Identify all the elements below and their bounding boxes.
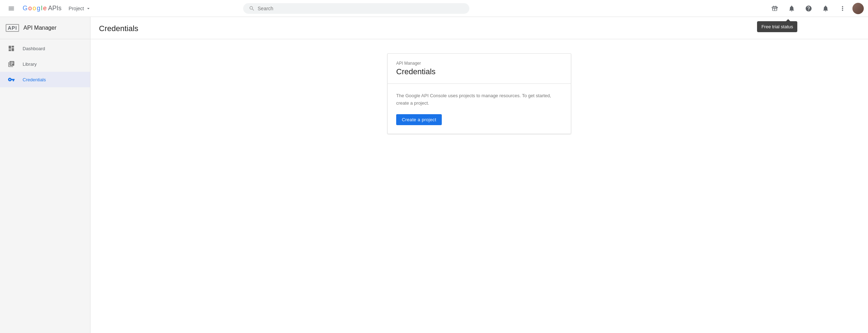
avatar-image — [852, 3, 864, 14]
sidebar-item-library[interactable]: Library — [0, 56, 90, 72]
help-icon-button[interactable] — [802, 1, 816, 16]
sidebar-item-credentials[interactable]: Credentials — [0, 72, 90, 87]
search-input[interactable] — [258, 6, 464, 11]
google-apis-logo: Google APIs — [23, 5, 61, 12]
card-subtitle: API Manager — [396, 61, 562, 66]
create-project-button[interactable]: Create a project — [396, 114, 442, 125]
page-header: Credentials — [90, 17, 868, 39]
sidebar-item-credentials-label: Credentials — [23, 77, 46, 82]
card-header: API Manager Credentials — [388, 54, 571, 84]
alert-icon-button[interactable] — [785, 1, 799, 16]
nav-right — [768, 1, 864, 16]
card-title: Credentials — [396, 67, 562, 76]
hamburger-menu-button[interactable] — [4, 1, 18, 16]
content-area: API Manager Credentials The Google API C… — [90, 39, 868, 148]
sidebar-divider — [0, 39, 90, 39]
credentials-card: API Manager Credentials The Google API C… — [387, 53, 571, 134]
page-title: Credentials — [99, 24, 860, 33]
main-content: Credentials API Manager Credentials The … — [90, 17, 868, 333]
credentials-icon — [7, 76, 16, 83]
app-body: API API Manager Dashboard Library Creden… — [0, 17, 868, 333]
sidebar-header: API API Manager — [0, 20, 90, 37]
nav-left: Google APIs Project — [4, 1, 94, 16]
sidebar-item-dashboard-label: Dashboard — [23, 46, 45, 51]
sidebar-item-library-label: Library — [23, 62, 37, 67]
free-trial-tooltip: Free trial status — [757, 21, 797, 32]
top-nav: Google APIs Project Free trial s — [0, 0, 868, 17]
chevron-down-icon — [86, 6, 91, 11]
avatar[interactable] — [852, 3, 864, 14]
more-options-button[interactable] — [835, 1, 850, 16]
library-icon — [7, 60, 16, 68]
card-description: The Google API Console uses projects to … — [396, 92, 562, 107]
gift-icon-button[interactable] — [768, 1, 782, 16]
search-bar — [243, 3, 469, 14]
card-body: The Google API Console uses projects to … — [388, 84, 571, 134]
project-label: Project — [69, 6, 84, 11]
dashboard-icon — [7, 45, 16, 52]
search-icon — [249, 5, 255, 12]
sidebar: API API Manager Dashboard Library Creden… — [0, 17, 90, 333]
api-badge: API — [6, 24, 19, 32]
sidebar-title: API Manager — [23, 25, 56, 31]
sidebar-item-dashboard[interactable]: Dashboard — [0, 41, 90, 56]
project-selector[interactable]: Project — [66, 4, 94, 13]
notifications-icon-button[interactable] — [819, 1, 833, 16]
